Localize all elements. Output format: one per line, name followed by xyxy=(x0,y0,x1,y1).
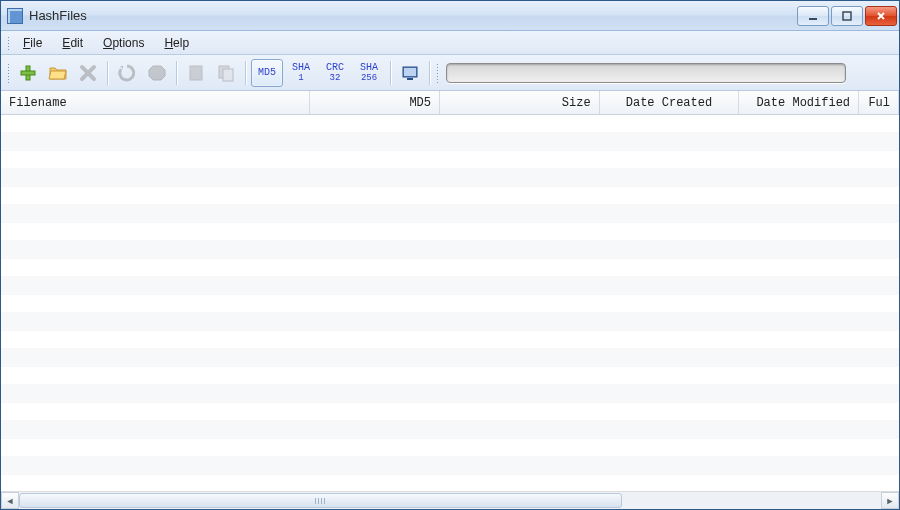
table-row[interactable] xyxy=(1,205,899,223)
algo-sha1-button[interactable]: SHA1 xyxy=(285,59,317,87)
table-row[interactable] xyxy=(1,439,899,457)
close-button[interactable] xyxy=(865,6,897,26)
col-date-created[interactable]: Date Created xyxy=(600,91,740,114)
algo-md5-button[interactable]: MD5 xyxy=(251,59,283,87)
table-row[interactable] xyxy=(1,475,899,491)
table-row[interactable] xyxy=(1,259,899,277)
col-full[interactable]: Ful xyxy=(859,91,899,114)
table-row[interactable] xyxy=(1,151,899,169)
stop-button[interactable] xyxy=(143,59,171,87)
table-row[interactable] xyxy=(1,241,899,259)
svg-rect-5 xyxy=(190,66,202,80)
table-row[interactable] xyxy=(1,349,899,367)
algo-crc32-sub: 32 xyxy=(326,73,344,83)
remove-button[interactable] xyxy=(74,59,102,87)
table-body[interactable] xyxy=(1,115,899,491)
table-row[interactable] xyxy=(1,223,899,241)
toolbar-sep-2 xyxy=(176,61,177,85)
close-icon xyxy=(875,10,887,22)
menu-edit[interactable]: Edit xyxy=(52,31,93,54)
minimize-button[interactable] xyxy=(797,6,829,26)
plus-icon xyxy=(18,63,38,83)
app-icon xyxy=(7,8,23,24)
view-button[interactable] xyxy=(396,59,424,87)
table-row[interactable] xyxy=(1,313,899,331)
app-window: HashFiles File Edit Options Help xyxy=(0,0,900,510)
toolbar-grip[interactable] xyxy=(5,60,11,86)
toolbar: MD5 SHA1 CRC32 SHA256 xyxy=(1,55,899,91)
algo-sha256-sub: 256 xyxy=(360,73,378,83)
table-row[interactable] xyxy=(1,295,899,313)
export-button[interactable] xyxy=(182,59,210,87)
titlebar: HashFiles xyxy=(1,1,899,31)
svg-rect-9 xyxy=(404,68,416,76)
svg-rect-10 xyxy=(407,78,413,80)
window-title: HashFiles xyxy=(29,8,87,23)
copy-button[interactable] xyxy=(212,59,240,87)
minimize-icon xyxy=(807,10,819,22)
menubar-grip[interactable] xyxy=(5,31,11,54)
svg-rect-1 xyxy=(843,12,851,20)
monitor-icon xyxy=(400,63,420,83)
table-row[interactable] xyxy=(1,169,899,187)
menu-help[interactable]: Help xyxy=(154,31,199,54)
algo-md5-label: MD5 xyxy=(258,68,276,78)
menu-help-rest: elp xyxy=(173,36,189,50)
refresh-button[interactable] xyxy=(113,59,141,87)
menubar: File Edit Options Help xyxy=(1,31,899,55)
toolbar-sep-5 xyxy=(429,61,430,85)
algo-sha256-button[interactable]: SHA256 xyxy=(353,59,385,87)
table-row[interactable] xyxy=(1,385,899,403)
scroll-thumb[interactable] xyxy=(19,493,622,508)
table-row[interactable] xyxy=(1,421,899,439)
menu-file-rest: ile xyxy=(30,36,42,50)
menu-options[interactable]: Options xyxy=(93,31,154,54)
table-row[interactable] xyxy=(1,115,899,133)
toolbar-grip-2[interactable] xyxy=(434,60,440,86)
col-size[interactable]: Size xyxy=(440,91,600,114)
toolbar-sep-1 xyxy=(107,61,108,85)
svg-marker-4 xyxy=(149,66,165,80)
table-row[interactable] xyxy=(1,331,899,349)
horizontal-scrollbar[interactable]: ◄ ► xyxy=(1,491,899,509)
table-row[interactable] xyxy=(1,277,899,295)
scroll-right-button[interactable]: ► xyxy=(881,492,899,509)
algo-sha1-sub: 1 xyxy=(292,73,310,83)
algo-crc32-button[interactable]: CRC32 xyxy=(319,59,351,87)
table-header: Filename MD5 Size Date Created Date Modi… xyxy=(1,91,899,115)
menu-edit-rest: dit xyxy=(70,36,83,50)
col-md5[interactable]: MD5 xyxy=(310,91,440,114)
refresh-icon xyxy=(117,63,137,83)
maximize-button[interactable] xyxy=(831,6,863,26)
window-buttons xyxy=(797,6,897,26)
toolbar-sep-4 xyxy=(390,61,391,85)
progress-bar xyxy=(446,63,846,83)
col-filename[interactable]: Filename xyxy=(1,91,310,114)
table-row[interactable] xyxy=(1,367,899,385)
toolbar-sep-3 xyxy=(245,61,246,85)
algo-crc32-label: CRC xyxy=(326,62,344,73)
table-row[interactable] xyxy=(1,403,899,421)
x-icon xyxy=(78,63,98,83)
menu-options-rest: ptions xyxy=(112,36,144,50)
folder-icon xyxy=(48,63,68,83)
algo-sha256-label: SHA xyxy=(360,62,378,73)
svg-rect-7 xyxy=(223,69,233,81)
stop-icon xyxy=(147,63,167,83)
svg-rect-0 xyxy=(809,18,817,20)
col-date-modified[interactable]: Date Modified xyxy=(739,91,859,114)
copy-icon xyxy=(216,63,236,83)
scroll-track[interactable] xyxy=(19,492,881,509)
add-button[interactable] xyxy=(14,59,42,87)
open-button[interactable] xyxy=(44,59,72,87)
table-row[interactable] xyxy=(1,187,899,205)
scroll-left-button[interactable]: ◄ xyxy=(1,492,19,509)
svg-rect-3 xyxy=(21,71,35,75)
table-row[interactable] xyxy=(1,133,899,151)
table-row[interactable] xyxy=(1,457,899,475)
maximize-icon xyxy=(841,10,853,22)
menu-file[interactable]: File xyxy=(13,31,52,54)
export-icon xyxy=(186,63,206,83)
algo-sha1-label: SHA xyxy=(292,62,310,73)
